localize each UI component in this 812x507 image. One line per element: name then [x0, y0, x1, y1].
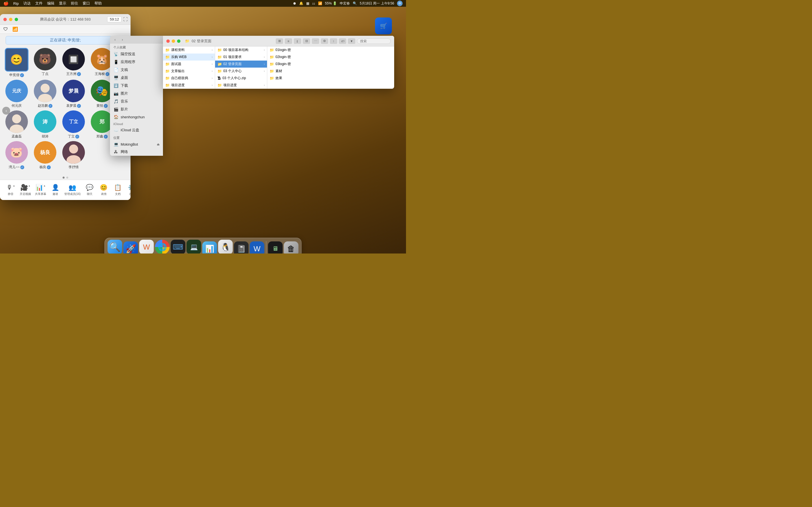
share-arrow[interactable]: ▲ — [43, 184, 46, 187]
menu-finder[interactable]: 访达 — [23, 1, 31, 6]
sidebar-item-network[interactable]: 🖧 网络 — [110, 148, 163, 156]
dock-wps[interactable]: W — [139, 240, 154, 253]
invite-button[interactable]: 👤 邀请 — [49, 183, 61, 197]
sidebar-item-home[interactable]: 🏠 shenhongchun — [110, 113, 163, 121]
dock-typora[interactable]: 📓 — [234, 241, 249, 253]
doc-button[interactable]: 📋 文档 — [112, 183, 124, 197]
maximize-button[interactable] — [15, 18, 18, 21]
col1-row-3[interactable]: 📁 文章输出 › — [163, 68, 215, 75]
sidebar-item-movies[interactable]: 🎬 影片 — [110, 105, 163, 113]
menu-help[interactable]: 帮助 — [94, 1, 102, 6]
col2-row-3[interactable]: 📁 03 个人中心 › — [215, 68, 267, 75]
settings-gear-button[interactable]: ⚙ — [321, 38, 328, 44]
eject-icon[interactable]: ⏏ — [157, 143, 160, 146]
participant-shen[interactable]: 😊 申宪偕 ✓ — [3, 48, 30, 77]
view-grid-button[interactable]: ⊞ — [276, 38, 283, 44]
participant-hu[interactable]: 涛 胡涛 — [32, 110, 58, 139]
participant-wan[interactable]: 🐷 湾儿~~ ✓ — [3, 141, 30, 170]
sidebar-item-music[interactable]: 🎵 音乐 — [110, 98, 163, 105]
dock-trash[interactable]: 🗑 — [284, 241, 299, 253]
page-dot-1[interactable] — [63, 177, 64, 179]
finder-back-button[interactable]: ‹ — [112, 37, 118, 43]
sidebar-item-mockingbot[interactable]: 💻 MokingBot ⏏ — [110, 140, 163, 148]
participant-wangfang[interactable]: 🔲 王方洲 ✓ — [60, 48, 87, 77]
participant-he[interactable]: 元庆 何元庆 — [3, 80, 30, 108]
manage-button[interactable]: 👥 管理成员(16) — [63, 183, 82, 197]
dock-chrome[interactable]: 🌐 — [155, 240, 170, 253]
finder-maximize-button[interactable] — [177, 40, 181, 43]
sidebar-item-downloads[interactable]: ⬇️ 下载 — [110, 82, 163, 90]
prev-page-button[interactable]: ‹ — [2, 107, 10, 115]
col3-row-2[interactable]: 📁 03login-密 — [267, 61, 394, 68]
dock-code[interactable]: ⌨ — [171, 240, 186, 253]
video-button[interactable]: 🎥 ▲ 开启视频 — [18, 183, 32, 197]
label-button[interactable]: 🏷 — [339, 38, 346, 44]
view-gallery-button[interactable]: ⊟ — [303, 38, 310, 44]
col3-row-3[interactable]: 📁 素材 — [267, 68, 394, 75]
settings-button[interactable]: ⚙️ 设置 — [126, 183, 131, 197]
view-more-button[interactable]: ⋯ — [312, 38, 319, 44]
col3-row-0[interactable]: 📁 01login-密 — [267, 47, 394, 54]
col1-row-4[interactable]: 📁 自己瞎鼓捣 › — [163, 75, 215, 82]
col1-row-1[interactable]: 📁 乐购 WEB › — [163, 54, 215, 61]
view-column-button[interactable]: ⫿ — [294, 38, 301, 44]
page-dot-2[interactable] — [66, 177, 68, 179]
col3-row-4[interactable]: 📁 效果 — [267, 75, 394, 82]
col2-row-1[interactable]: 📁 01 项目要求 › — [215, 54, 267, 61]
sidebar-item-icloud[interactable]: ☁️ iCloud 云盘 — [110, 126, 163, 134]
col1-row-2[interactable]: 📁 面试题 › — [163, 61, 215, 68]
participant-yuan[interactable]: 梦晨 袁梦晨 ✓ — [60, 80, 87, 108]
col2-row-2[interactable]: 📁 02 登录页面 › — [215, 61, 267, 68]
finder-search-input[interactable] — [357, 38, 391, 44]
menu-view[interactable]: 显示 — [59, 1, 66, 6]
dock-terminal2[interactable]: 🖥 — [268, 241, 283, 253]
dock-terminal[interactable]: 💻 — [187, 240, 201, 253]
participant-ding[interactable]: 🐻 丁点 — [32, 48, 58, 77]
view-list-button[interactable]: ≡ — [285, 38, 292, 44]
dropdown-button[interactable]: ▼ — [348, 38, 355, 44]
participant-li[interactable]: 李抒情 — [60, 141, 87, 170]
col2-row-4[interactable]: 🗜 03 个人中心.zip — [215, 75, 267, 82]
sidebar-item-docs[interactable]: 📄 文稿 — [110, 66, 163, 74]
finder-forward-button[interactable]: › — [119, 37, 125, 43]
dock-mindnode[interactable]: 📊 — [202, 241, 217, 253]
sidebar-item-apps[interactable]: 📱 应用程序 — [110, 58, 163, 66]
emoji-button[interactable]: 😊 表情 — [98, 183, 110, 197]
wifi-icon[interactable]: 📶 — [318, 1, 322, 5]
dock-finder[interactable]: 🔍 — [108, 240, 122, 253]
col1-row-0[interactable]: 📁 课程资料 › — [163, 47, 215, 54]
share-button[interactable]: ↑ — [330, 38, 337, 44]
col1-row-5[interactable]: 📁 项目进度 › — [163, 82, 215, 89]
mic-arrow[interactable]: ▲ — [13, 184, 15, 187]
finder-close-button[interactable] — [166, 40, 170, 43]
menu-rip[interactable]: Rip — [13, 1, 19, 6]
participant-yang[interactable]: 杨良 杨良 ✓ — [32, 141, 58, 170]
menu-window[interactable]: 窗口 — [83, 1, 90, 6]
menu-edit[interactable]: 编辑 — [47, 1, 54, 6]
participant-zhao[interactable]: 赵浩鹏 ✓ — [32, 80, 58, 108]
col2-row-5[interactable]: 📁 项目进度 › — [215, 82, 267, 89]
user-name[interactable]: 申宏春 — [340, 1, 350, 6]
participant-dingli[interactable]: 丁立 丁立 ✓ — [60, 110, 87, 139]
sidebar-item-airdrop[interactable]: 📡 隔空投送 — [110, 50, 163, 58]
mute-button[interactable]: 🎙 ▲ 静音 — [4, 183, 17, 197]
dock-wps2[interactable]: W — [250, 241, 264, 253]
col3-row-1[interactable]: 📁 02login-密 — [267, 54, 394, 61]
close-button[interactable] — [3, 18, 7, 21]
participant-meng[interactable]: 孟鑫磊 — [3, 110, 30, 139]
dock-penguin[interactable]: 🐧 — [218, 240, 233, 253]
fullscreen-button[interactable]: ⛶ — [123, 17, 128, 22]
video-arrow[interactable]: ▲ — [28, 184, 31, 187]
minimize-button[interactable] — [9, 18, 12, 21]
finder-minimize-button[interactable] — [172, 40, 175, 43]
notification-icon[interactable]: 🔔 — [299, 1, 303, 5]
apple-menu[interactable]: 🍎 — [3, 1, 9, 6]
sidebar-item-desktop[interactable]: 🖥️ 桌面 — [110, 74, 163, 82]
menu-file[interactable]: 文件 — [35, 1, 43, 6]
menu-go[interactable]: 前往 — [71, 1, 78, 6]
dock-launchpad[interactable]: 🚀 — [123, 241, 138, 253]
col2-row-0[interactable]: 📁 00 项目基本结构 › — [215, 47, 267, 54]
share-button[interactable]: 📊 ▲ 共享屏幕 — [34, 183, 47, 197]
sidebar-item-photos[interactable]: 📷 图片 — [110, 90, 163, 98]
search-icon[interactable]: 🔍 — [353, 1, 357, 5]
